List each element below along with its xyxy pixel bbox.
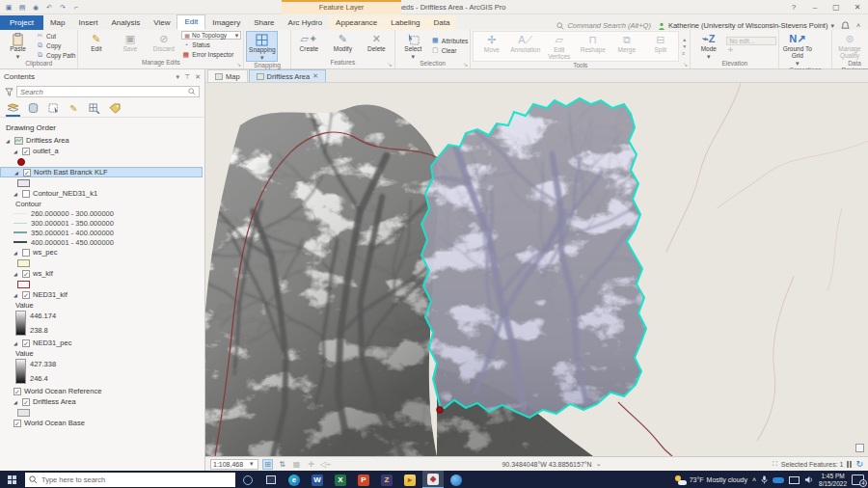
tab-view[interactable]: View xyxy=(147,16,176,30)
annotation-tool-button[interactable]: A⟋Annotation xyxy=(509,32,541,61)
layer-ws-pec[interactable]: ◢ ws_pec xyxy=(0,247,204,258)
layer-ws-klf[interactable]: ◢ ✓ ws_klf xyxy=(0,268,204,279)
layer-checkbox[interactable]: ✓ xyxy=(22,291,30,299)
sync-extent-icon[interactable]: ⇅ xyxy=(277,459,287,470)
maximize-button[interactable]: ▢ xyxy=(826,0,847,14)
driftless-symbol-row[interactable] xyxy=(0,407,204,418)
map-shortcut-icon[interactable]: ◉ xyxy=(31,3,41,12)
layer-north-east-branck[interactable]: ◢ ✓ North East Branck KLF xyxy=(0,167,203,177)
tab-edit[interactable]: Edit xyxy=(176,14,205,30)
status-button[interactable]: ◔Status xyxy=(181,41,241,49)
save-edits-button[interactable]: ▣ Save xyxy=(114,31,146,59)
ws-klf-symbol-row[interactable] xyxy=(0,279,204,289)
open-project-icon[interactable]: ▤ xyxy=(17,3,27,12)
microphone-icon[interactable] xyxy=(761,475,768,484)
excel-icon[interactable]: X xyxy=(330,471,351,488)
list-by-editing-tab[interactable]: ✎ xyxy=(67,102,81,115)
task-view-icon[interactable] xyxy=(260,471,282,488)
hidden-icons-chevron[interactable]: ˄ xyxy=(752,476,756,483)
tools-scroll-up-icon[interactable]: ▲ xyxy=(682,37,687,42)
taskbar-clock[interactable]: 1:45 PM 8/15/2022 xyxy=(819,473,847,487)
discard-edits-button[interactable]: ⊘ Discard xyxy=(148,31,179,59)
selected-features-count[interactable]: Selected Features: 1 xyxy=(781,461,844,468)
filter-icon[interactable] xyxy=(5,88,14,96)
contour-class-row[interactable]: 400.000001 - 450.000000 xyxy=(0,237,204,247)
panel-menu-icon[interactable]: ▾ xyxy=(176,73,180,81)
cortana-icon[interactable] xyxy=(237,471,258,488)
split-tool-button[interactable]: ⊟Split xyxy=(644,32,676,61)
edit-vertices-tool-button[interactable]: ▱Edit Vertices xyxy=(543,32,575,61)
feedback-icon[interactable]: ◁⌁ xyxy=(320,459,331,470)
layer-outlet[interactable]: ◢ ✓ outlet_a xyxy=(0,146,204,156)
selection-dialog-launcher-icon[interactable]: ↘ xyxy=(463,61,468,68)
expander-icon[interactable]: ◢ xyxy=(14,149,19,154)
layer-world-ocean-reference[interactable]: ✓ World Ocean Reference xyxy=(0,386,204,396)
paste-button[interactable]: Paste ▾ xyxy=(2,31,34,60)
ws-pec-symbol-row[interactable] xyxy=(0,258,204,268)
layer-ned31-klf[interactable]: ◢ ✓ NED31_klf xyxy=(0,289,204,300)
tab-map[interactable]: Map xyxy=(43,16,72,30)
topology-dropdown[interactable]: ▦ No Topology ▾ xyxy=(181,31,241,40)
north-east-symbol-row[interactable] xyxy=(0,177,204,188)
manage-edits-dialog-launcher-icon[interactable]: ↘ xyxy=(236,61,241,68)
features-dialog-launcher-icon[interactable]: ↘ xyxy=(388,61,393,68)
manage-quality-button[interactable]: ⊛ Manage Quality xyxy=(834,31,866,60)
tools-scroll-down-icon[interactable]: ▼ xyxy=(682,43,687,49)
layer-checkbox[interactable] xyxy=(22,190,30,198)
save-project-icon[interactable]: ▣ xyxy=(4,3,14,12)
layer-ned31-pec[interactable]: ◢ ✓ NED31_pec xyxy=(0,338,204,348)
tab-project[interactable]: Project xyxy=(0,15,43,30)
layer-checkbox[interactable]: ✓ xyxy=(22,339,30,347)
expander-icon[interactable]: ◢ xyxy=(14,191,19,197)
cut-button[interactable]: ✂Cut xyxy=(36,32,75,41)
coordinate-readout[interactable]: 90.3484048°W 43.8856157°N xyxy=(502,461,591,468)
layer-contour[interactable]: ◢ Contour_NED31_k1 xyxy=(0,188,204,199)
expander-icon[interactable]: ◢ xyxy=(14,250,19,256)
attributes-button[interactable]: ▦Attributes xyxy=(431,37,468,45)
bluetooth-device-icon[interactable] xyxy=(773,477,784,483)
expander-icon[interactable]: ◢ xyxy=(6,138,12,144)
tab-data[interactable]: Data xyxy=(427,16,457,30)
contents-search[interactable] xyxy=(16,86,200,97)
undo-icon[interactable]: ↶ xyxy=(44,3,54,12)
notifications-bell-icon[interactable] xyxy=(841,21,850,30)
panel-close-icon[interactable]: ✕ xyxy=(195,73,201,81)
list-by-data-source-tab[interactable] xyxy=(26,102,41,115)
expander-icon[interactable]: ◢ xyxy=(14,170,20,176)
clear-selection-button[interactable]: ▢Clear xyxy=(431,46,468,55)
layer-checkbox[interactable]: ✓ xyxy=(22,148,30,155)
list-by-snapping-tab[interactable] xyxy=(87,102,101,115)
view-tab-map[interactable]: Map xyxy=(207,69,248,82)
tab-imagery[interactable]: Imagery xyxy=(205,16,247,30)
layer-checkbox[interactable] xyxy=(22,249,30,257)
close-button[interactable]: ✕ xyxy=(847,0,868,14)
start-button[interactable] xyxy=(0,471,23,488)
delete-features-button[interactable]: ✕ Delete xyxy=(361,31,393,59)
powerpoint-icon[interactable]: P xyxy=(353,471,374,488)
create-features-button[interactable]: ▱✦ Create xyxy=(293,31,325,59)
arcgis-pro-taskbar-icon[interactable]: ◆ xyxy=(422,471,444,488)
copy-button[interactable]: ⧉Copy xyxy=(36,41,75,50)
speaker-icon[interactable] xyxy=(804,475,814,484)
list-by-selection-tab[interactable] xyxy=(46,102,61,115)
tab-analysis[interactable]: Analysis xyxy=(104,16,147,30)
snapping-button[interactable]: Snapping ▾ xyxy=(246,31,278,62)
command-search[interactable]: Command Search (Alt+Q) xyxy=(556,21,651,30)
coords-dropdown-icon[interactable]: ⌄ xyxy=(596,460,602,468)
word-icon[interactable]: W xyxy=(307,471,328,488)
contour-class-row[interactable]: 350.000001 - 400.000000 xyxy=(0,228,204,237)
customize-qat-icon[interactable]: ⌐ xyxy=(71,3,81,12)
error-inspector-button[interactable]: ▦Error Inspector xyxy=(181,50,241,59)
tab-labeling[interactable]: Labeling xyxy=(384,16,426,30)
grid-toggle-icon[interactable]: ▦ xyxy=(291,459,302,470)
minimize-button[interactable]: – xyxy=(804,0,826,14)
expander-icon[interactable]: ◢ xyxy=(14,399,19,405)
taskbar-weather[interactable]: 73°F Mostly cloudy xyxy=(675,475,747,485)
contour-class-row[interactable]: 300.000001 - 350.000000 xyxy=(0,218,204,228)
layer-checkbox[interactable]: ✓ xyxy=(23,169,31,176)
tab-share[interactable]: Share xyxy=(247,16,281,30)
pin-icon[interactable]: ⊤ xyxy=(184,73,190,81)
pause-drawing-icon[interactable] xyxy=(847,461,852,468)
help-button[interactable]: ? xyxy=(783,0,804,14)
layer-map-group[interactable]: ◢ Driftless Area xyxy=(0,135,204,146)
